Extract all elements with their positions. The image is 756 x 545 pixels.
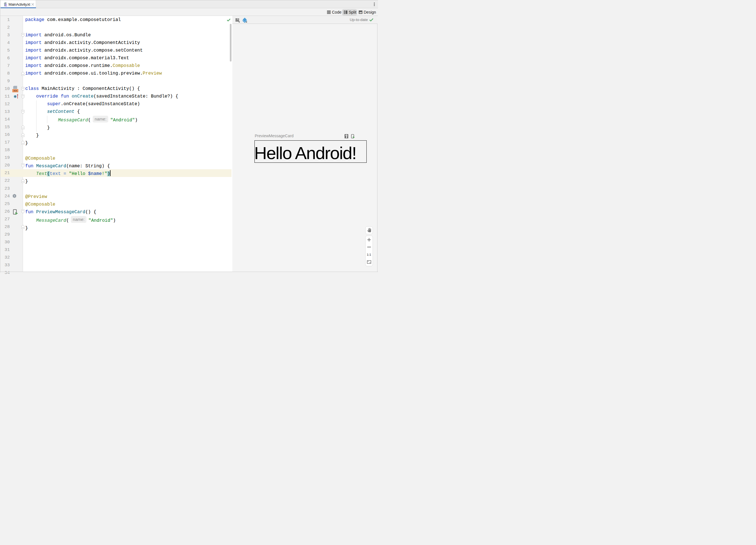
svg-text:<>: <>	[14, 89, 17, 92]
